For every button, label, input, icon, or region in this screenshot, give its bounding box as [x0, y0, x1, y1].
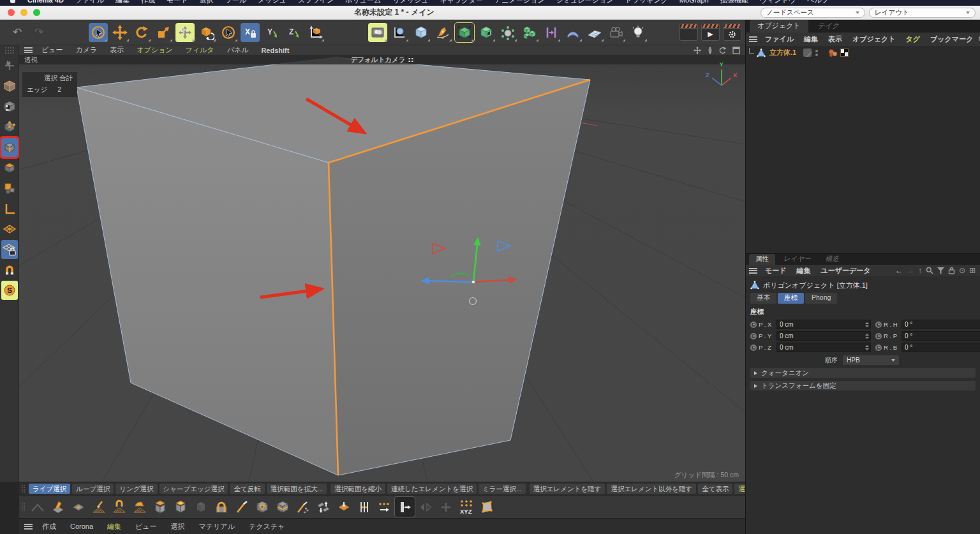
back-icon[interactable]: ←: [895, 266, 903, 275]
layout-dropdown[interactable]: レイアウト: [869, 8, 976, 18]
edit-render-settings-button[interactable]: [723, 24, 741, 41]
rp-field[interactable]: [902, 331, 980, 341]
object-manager-menu-icon[interactable]: [749, 36, 757, 42]
render-to-picture-viewer-button[interactable]: ▶: [701, 24, 720, 41]
material-menu-corona[interactable]: Corona: [63, 523, 100, 530]
live-selection-tool[interactable]: [89, 23, 108, 42]
subdivide-button[interactable]: [354, 497, 374, 517]
menubar-item[interactable]: ボリューム: [339, 0, 387, 6]
extrude-inner-button[interactable]: [170, 497, 190, 517]
menubar-app[interactable]: Cinema 4D: [22, 0, 70, 6]
material-menu-material[interactable]: マテリアル: [192, 522, 242, 531]
menubar-item[interactable]: ファイル: [70, 0, 110, 6]
uvw-tag-icon[interactable]: [840, 48, 849, 57]
add-icon[interactable]: ⊞: [969, 266, 976, 275]
tab-phong[interactable]: Phong: [805, 293, 837, 304]
light-button[interactable]: [628, 23, 648, 42]
keyframe-dot[interactable]: [750, 345, 757, 351]
floor-button[interactable]: [585, 23, 604, 42]
field-button[interactable]: [542, 23, 561, 42]
workplane-grid-button[interactable]: [1, 219, 18, 239]
filter-icon[interactable]: [937, 267, 944, 274]
line-cut-button[interactable]: [293, 497, 313, 517]
tab-structure[interactable]: 構造: [819, 254, 845, 265]
grow-selection-button[interactable]: 選択範囲を拡大...: [267, 484, 327, 494]
rh-field[interactable]: [902, 320, 980, 329]
mirror-tool-button[interactable]: [415, 497, 435, 517]
camera-button[interactable]: [607, 23, 626, 42]
menubar-item[interactable]: トラッキング: [619, 0, 674, 6]
stepper[interactable]: [865, 322, 869, 327]
up-icon[interactable]: ↑: [918, 266, 922, 275]
viewport-menu-options[interactable]: オプション: [130, 45, 179, 55]
texture-mode-button[interactable]: [1, 97, 18, 116]
menubar-item[interactable]: 作成: [135, 0, 161, 6]
undo-icon[interactable]: ↶: [13, 27, 22, 38]
tab-attributes[interactable]: 属性: [749, 254, 775, 265]
viewport-menu-redshift[interactable]: Redshift: [255, 47, 295, 54]
slice-button[interactable]: [272, 497, 292, 517]
point-mode-button[interactable]: [1, 117, 18, 137]
menubar-item[interactable]: 編集: [110, 0, 135, 6]
material-menu-select[interactable]: 選択: [164, 522, 192, 531]
om-menu-edit[interactable]: 編集: [799, 34, 823, 44]
attribute-menu-icon[interactable]: [749, 268, 757, 274]
cloner-button[interactable]: [498, 23, 517, 42]
render-settings-sphere-button[interactable]: [390, 23, 409, 42]
sharp-edge-selection-button[interactable]: シャープエッジ選択: [160, 484, 228, 494]
y-axis-button[interactable]: Y: [262, 23, 281, 42]
apple-logo-icon[interactable]: [10, 0, 15, 3]
menubar-item[interactable]: モード: [161, 0, 194, 6]
material-menu-view[interactable]: ビュー: [128, 522, 164, 531]
om-menu-tags[interactable]: タグ: [901, 34, 926, 44]
py-field[interactable]: [776, 331, 871, 341]
model-mode-button[interactable]: [1, 77, 18, 96]
palette-grip[interactable]: [21, 502, 26, 512]
freeze-transform-fold[interactable]: トランスフォームを固定: [750, 381, 976, 390]
transform-tool-active[interactable]: [175, 23, 195, 42]
edge-cut-button[interactable]: [375, 497, 394, 517]
ring-selection-button[interactable]: リング選択: [115, 484, 157, 494]
menubar-item[interactable]: 選択: [193, 0, 219, 6]
nodespace-dropdown[interactable]: ノードスペース: [761, 8, 865, 18]
minimize-window-button[interactable]: [20, 9, 27, 16]
lock-workplane-button[interactable]: [1, 240, 18, 259]
arc-tool-button[interactable]: [27, 497, 47, 517]
poke-polygon-button[interactable]: [252, 497, 272, 517]
menubar-item[interactable]: リメッシュ: [387, 0, 434, 6]
close-window-button[interactable]: [8, 9, 15, 16]
am-menu-userdata[interactable]: ユーザーデータ: [816, 266, 876, 276]
unhide-all-button[interactable]: 全て表示: [698, 484, 732, 494]
subdivision-surface-button[interactable]: [455, 23, 474, 42]
menubar-item[interactable]: メッシュ: [252, 0, 292, 6]
extract-button[interactable]: [395, 497, 415, 517]
smooth-shift-button[interactable]: [191, 497, 211, 517]
menubar-item[interactable]: ツール: [219, 0, 252, 6]
render-view-button[interactable]: [368, 23, 387, 42]
z-axis-button[interactable]: Z: [284, 23, 303, 42]
tweak-mode-button[interactable]: [1, 56, 18, 75]
viewport-menu-view[interactable]: ビュー: [35, 45, 70, 55]
menubar-item[interactable]: MoGraph: [674, 0, 715, 6]
render-view-film-button[interactable]: [679, 24, 698, 41]
swap-tiles-button[interactable]: [313, 497, 333, 517]
object-row-cube[interactable]: 立方体.1: [746, 46, 980, 59]
bridge-button[interactable]: [211, 497, 231, 517]
pan-view-icon[interactable]: [694, 47, 701, 54]
set-point-value-button[interactable]: XYZ: [456, 497, 476, 517]
px-field[interactable]: [776, 320, 871, 329]
scale-tool[interactable]: [154, 23, 173, 42]
lock-icon[interactable]: [948, 267, 955, 274]
volume-button[interactable]: [520, 23, 539, 42]
toggle-single-view-icon[interactable]: [732, 47, 740, 54]
axis-orientation-widget[interactable]: Y Z X: [704, 60, 739, 92]
hide-selected-button[interactable]: 選択エレメントを隠す: [530, 484, 605, 494]
visibility-toggles[interactable]: [815, 50, 818, 56]
am-menu-edit[interactable]: 編集: [792, 266, 816, 276]
menubar-item[interactable]: スプライン: [292, 0, 339, 6]
om-menu-bookmarks[interactable]: ブックマーク: [925, 34, 978, 44]
material-menu-edit[interactable]: 編集: [100, 522, 128, 531]
pz-field[interactable]: [776, 343, 871, 352]
deformer-button[interactable]: [563, 23, 583, 42]
workplane-mode-button[interactable]: [1, 199, 18, 218]
